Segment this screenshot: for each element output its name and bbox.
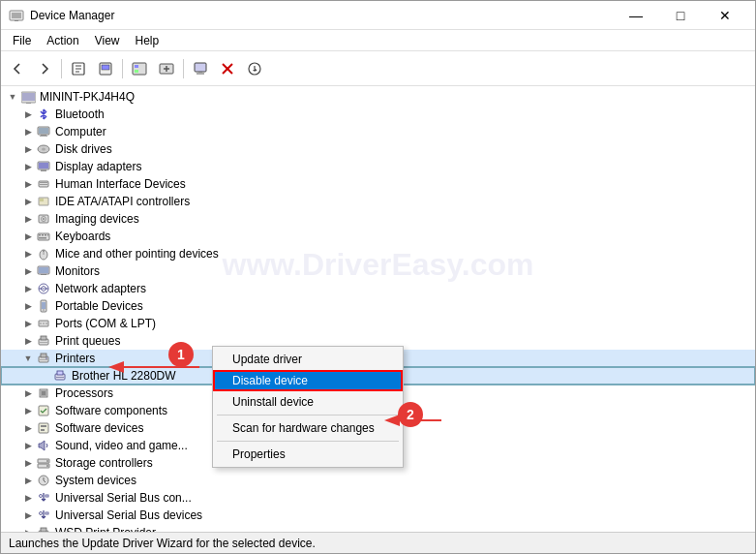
- root-expand[interactable]: [5, 89, 20, 105]
- imaging-label: Imaging devices: [55, 212, 139, 226]
- humaninterface-label: Human Interface Devices: [55, 177, 186, 191]
- context-menu-scanforhardware[interactable]: Scan for hardware changes: [213, 417, 403, 439]
- title-controls: — □ ✕: [614, 1, 747, 30]
- softwaredevices-expand[interactable]: [20, 420, 36, 436]
- window-title: Device Manager: [30, 9, 114, 22]
- tree-item-mice[interactable]: Mice and other pointing devices: [1, 245, 755, 262]
- processors-label: Processors: [55, 386, 113, 400]
- svg-rect-2: [15, 20, 18, 21]
- tree-item-ideata[interactable]: IDE ATA/ATAPI controllers: [1, 193, 755, 210]
- menu-bar: File Action View Help: [1, 30, 755, 51]
- ports-expand[interactable]: [20, 316, 36, 331]
- toolbar-display[interactable]: [188, 56, 213, 81]
- keyboards-expand[interactable]: [20, 229, 36, 244]
- keyboards-icon: [36, 229, 51, 244]
- svg-rect-29: [39, 163, 48, 169]
- ports-label: Ports (COM & LPT): [55, 317, 156, 330]
- monitors-expand[interactable]: [20, 263, 36, 279]
- diskdrives-expand[interactable]: [20, 141, 36, 157]
- svg-rect-11: [135, 70, 138, 73]
- svg-rect-85: [45, 512, 48, 514]
- maximize-button[interactable]: □: [658, 1, 703, 30]
- context-menu-properties[interactable]: Properties: [213, 444, 403, 465]
- svg-rect-50: [41, 274, 46, 275]
- tree-item-diskdrives[interactable]: Disk drives: [1, 140, 755, 158]
- portabledevices-expand[interactable]: [20, 298, 36, 314]
- tree-item-keyboards[interactable]: Keyboards: [1, 228, 755, 245]
- tree-item-wsd[interactable]: WSD Print Provider: [1, 524, 755, 532]
- menu-help[interactable]: Help: [128, 32, 167, 49]
- menu-action[interactable]: Action: [39, 32, 86, 49]
- svg-rect-83: [45, 495, 48, 497]
- toolbar-forward[interactable]: [32, 56, 57, 81]
- toolbar-delete[interactable]: [215, 56, 240, 81]
- bluetooth-expand[interactable]: [20, 107, 36, 122]
- svg-rect-32: [40, 182, 47, 183]
- storagecontrollers-expand[interactable]: [20, 455, 36, 471]
- context-menu-updatedriver[interactable]: Update driver: [213, 349, 403, 370]
- ideata-expand[interactable]: [20, 194, 36, 209]
- systemdevices-expand[interactable]: [20, 473, 36, 488]
- svg-point-58: [43, 323, 45, 324]
- tree-item-displayadapters[interactable]: Display adapters: [1, 158, 755, 175]
- menu-file[interactable]: File: [5, 32, 39, 49]
- tree-item-portabledevices[interactable]: Portable Devices: [1, 297, 755, 315]
- svg-point-47: [43, 250, 45, 252]
- wsd-expand[interactable]: [20, 525, 36, 532]
- tree-item-monitors[interactable]: Monitors: [1, 262, 755, 280]
- soundvideo-expand[interactable]: [20, 438, 36, 453]
- close-button[interactable]: ✕: [703, 1, 747, 30]
- imaging-expand[interactable]: [20, 211, 36, 227]
- device-manager-window: Device Manager — □ ✕ File Action View He…: [0, 0, 756, 554]
- toolbar-scan[interactable]: [154, 56, 179, 81]
- tree-item-ports[interactable]: Ports (COM & LPT): [1, 315, 755, 332]
- toolbar-show-all[interactable]: [127, 56, 152, 81]
- tree-item-imaging[interactable]: Imaging devices: [1, 210, 755, 228]
- humaninterface-icon: [36, 176, 51, 192]
- menu-view[interactable]: View: [87, 32, 128, 49]
- tree-item-networkadapters[interactable]: Network adapters: [1, 280, 755, 297]
- tree-item-usb1[interactable]: Universal Serial Bus con...: [1, 489, 755, 507]
- tree-root[interactable]: MININT-PKJ4H4Q: [1, 88, 755, 106]
- tree-item-computer[interactable]: Computer: [1, 123, 755, 140]
- computer-expand[interactable]: [20, 124, 36, 139]
- soundvideo-icon: [36, 438, 51, 453]
- svg-rect-68: [57, 371, 63, 375]
- toolbar-properties[interactable]: [66, 56, 91, 81]
- svg-rect-41: [42, 234, 44, 236]
- context-menu-disabledevice[interactable]: Disable device: [213, 370, 403, 391]
- tree-item-usb2[interactable]: Universal Serial Bus devices: [1, 507, 755, 524]
- minimize-button[interactable]: —: [614, 1, 658, 30]
- mice-expand[interactable]: [20, 246, 36, 262]
- svg-rect-15: [197, 73, 204, 75]
- usb2-expand[interactable]: [20, 508, 36, 523]
- displayadapters-expand[interactable]: [20, 159, 36, 174]
- printqueues-expand[interactable]: [20, 333, 36, 349]
- bluetooth-icon: [36, 107, 51, 122]
- svg-point-84: [40, 512, 43, 515]
- usb2-icon: [36, 508, 51, 523]
- portabledevices-label: Portable Devices: [55, 299, 143, 313]
- networkadapters-expand[interactable]: [20, 281, 36, 296]
- title-bar: Device Manager — □ ✕: [1, 1, 755, 30]
- status-bar: Launches the Update Driver Wizard for th…: [1, 532, 755, 553]
- printers-icon: [36, 351, 51, 366]
- printers-expand[interactable]: [20, 351, 36, 366]
- humaninterface-expand[interactable]: [20, 176, 36, 192]
- imaging-icon: [36, 211, 51, 227]
- context-menu-uninstalldevice[interactable]: Uninstall device: [213, 391, 403, 413]
- svg-point-80: [46, 465, 48, 467]
- processors-expand[interactable]: [20, 385, 36, 401]
- toolbar-sep-2: [122, 59, 123, 78]
- toolbar-back[interactable]: [5, 56, 30, 81]
- svg-rect-13: [195, 63, 206, 72]
- tree-item-humaninterface[interactable]: Human Interface Devices: [1, 175, 755, 193]
- toolbar-update[interactable]: [242, 56, 267, 81]
- tree-item-bluetooth[interactable]: Bluetooth: [1, 106, 755, 123]
- usb1-expand[interactable]: [20, 490, 36, 506]
- softwarecomponents-expand[interactable]: [20, 403, 36, 418]
- tree-item-systemdevices[interactable]: System devices: [1, 472, 755, 489]
- svg-point-38: [43, 218, 45, 220]
- printqueues-label: Print queues: [55, 334, 120, 348]
- toolbar-driver[interactable]: [93, 56, 118, 81]
